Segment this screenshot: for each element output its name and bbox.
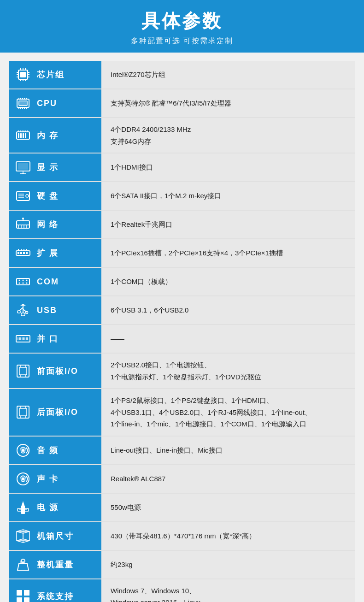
svg-rect-15 xyxy=(19,101,27,106)
value-cell-power: 550w电源 xyxy=(101,493,355,522)
value-cell-chassis-size: 430（带耳朵481.6）*470*176 mm（宽*深*高） xyxy=(101,522,355,550)
svg-point-69 xyxy=(23,283,24,284)
svg-rect-57 xyxy=(20,252,22,254)
label-cell-network: 网 络 xyxy=(9,210,101,239)
label-text-network: 网 络 xyxy=(37,219,59,230)
label-text-expansion: 扩 展 xyxy=(37,248,59,259)
rear-io-icon xyxy=(14,403,32,421)
row-os: 系统支持Windows 7、Windows 10、Windows server … xyxy=(9,579,355,602)
svg-text:kg: kg xyxy=(20,560,24,564)
label-cell-cpu: CPU xyxy=(9,89,101,118)
value-cell-com: 1个COM口（板载） xyxy=(101,267,355,296)
page-subtitle: 多种配置可选 可按需求定制 xyxy=(0,36,364,46)
row-display: 显 示1个HDMI接口 xyxy=(9,153,355,182)
harddisk-icon xyxy=(14,187,32,205)
label-text-front-io: 前面板I/O xyxy=(37,366,78,377)
value-cell-cpu: 支持英特尔® 酷睿™6/7代I3/I5/I7处理器 xyxy=(101,89,355,118)
label-text-chassis-size: 机箱尺寸 xyxy=(37,531,74,542)
svg-rect-30 xyxy=(25,133,26,138)
svg-rect-56 xyxy=(18,252,19,254)
value-cell-rear-io: 1个PS/2鼠标接口、1个PS/2键盘接口、1个HDMI口、4个USB3.1口、… xyxy=(101,389,355,436)
value-cell-front-io: 2个USB2.0接口、1个电源按钮、1个电源指示灯、1个硬盘指示灯、1个DVD光… xyxy=(101,353,355,389)
svg-rect-115 xyxy=(24,590,29,596)
usb-icon xyxy=(14,301,32,319)
label-text-rear-io: 后面板I/O xyxy=(37,407,78,418)
soundcard-icon xyxy=(14,470,32,488)
svg-rect-41 xyxy=(18,163,28,170)
label-cell-total-weight: kg 整机重量 xyxy=(9,550,101,579)
svg-rect-75 xyxy=(18,311,20,313)
svg-point-101 xyxy=(22,449,24,452)
svg-rect-59 xyxy=(26,252,28,254)
power-icon xyxy=(14,498,32,517)
com-icon xyxy=(14,272,32,291)
svg-rect-114 xyxy=(17,590,22,596)
svg-point-67 xyxy=(26,280,28,281)
header: 具体参数 多种配置可选 可按需求定制 xyxy=(0,0,364,53)
value-cell-chipset: Intel®Z270芯片组 xyxy=(101,61,355,89)
value-cell-expansion: 1个PCIex16插槽，2个PCIe×16支持×4，3个PCIe×1插槽 xyxy=(101,239,355,267)
label-text-soundcard: 声 卡 xyxy=(37,473,59,484)
svg-point-43 xyxy=(26,195,29,197)
row-usb: USB6个USB 3.1，6个USB2.0 xyxy=(9,296,355,325)
label-text-harddisk: 硬 盘 xyxy=(37,190,59,201)
table-container: 芯片组Intel®Z270芯片组 CPU支持英特尔® 酷睿™6/7代I3/I5/… xyxy=(0,53,364,602)
row-front-io: 前面板I/O2个USB2.0接口、1个电源按钮、1个电源指示灯、1个硬盘指示灯、… xyxy=(9,353,355,389)
label-cell-harddisk: 硬 盘 xyxy=(9,182,101,210)
svg-rect-64 xyxy=(17,278,29,285)
label-cell-display: 显 示 xyxy=(9,153,101,182)
label-text-parallel: 并 口 xyxy=(37,333,59,344)
value-cell-parallel: —— xyxy=(101,325,355,353)
row-network: 网 络1个Realtek千兆网口 xyxy=(9,210,355,239)
svg-rect-78 xyxy=(21,313,25,316)
label-text-power: 电 源 xyxy=(37,502,59,513)
label-text-total-weight: 整机重量 xyxy=(37,559,74,570)
svg-point-68 xyxy=(19,283,20,284)
front-io-icon xyxy=(14,362,32,380)
svg-rect-88 xyxy=(17,365,29,377)
svg-rect-116 xyxy=(17,597,22,602)
svg-rect-28 xyxy=(20,133,22,138)
value-cell-display: 1个HDMI接口 xyxy=(101,153,355,182)
value-cell-network: 1个Realtek千兆网口 xyxy=(101,210,355,239)
row-cpu: CPU支持英特尔® 酷睿™6/7代I3/I5/I7处理器 xyxy=(9,89,355,118)
svg-rect-58 xyxy=(23,252,25,254)
expansion-icon xyxy=(14,244,32,262)
svg-point-103 xyxy=(22,478,24,480)
label-cell-parallel: 并 口 xyxy=(9,325,101,353)
svg-rect-95 xyxy=(19,408,27,416)
value-cell-total-weight: 约23kg xyxy=(101,550,355,579)
cpu-icon xyxy=(14,94,32,112)
label-cell-soundcard: 声 卡 xyxy=(9,465,101,493)
svg-point-70 xyxy=(26,283,28,284)
label-cell-audio: 音 频 xyxy=(9,436,101,465)
svg-rect-29 xyxy=(23,133,24,138)
svg-rect-89 xyxy=(19,367,27,375)
label-cell-chassis-size: 机箱尺寸 xyxy=(9,522,101,550)
specs-table: 芯片组Intel®Z270芯片组 CPU支持英特尔® 酷睿™6/7代I3/I5/… xyxy=(9,61,355,602)
svg-rect-117 xyxy=(24,597,29,602)
svg-rect-27 xyxy=(18,133,19,138)
weight-icon: kg xyxy=(14,555,32,574)
row-expansion: 扩 展1个PCIex16插槽，2个PCIe×16支持×4，3个PCIe×1插槽 xyxy=(9,239,355,267)
network-icon xyxy=(14,215,32,234)
label-text-usb: USB xyxy=(37,306,57,315)
row-harddisk: 硬 盘6个SATA II接口，1个M.2 m-key接口 xyxy=(9,182,355,210)
label-text-chipset: 芯片组 xyxy=(37,69,65,80)
page-title: 具体参数 xyxy=(0,8,364,34)
svg-point-66 xyxy=(23,280,24,281)
label-text-memory: 内 存 xyxy=(37,130,59,141)
row-parallel: 并 口—— xyxy=(9,325,355,353)
label-cell-memory: 内 存 xyxy=(9,118,101,153)
svg-rect-94 xyxy=(17,406,29,418)
display-icon xyxy=(14,158,32,177)
chassis-icon xyxy=(14,527,32,545)
value-cell-audio: Line-out接口、Line-in接口、Mic接口 xyxy=(101,436,355,465)
label-cell-rear-io: 后面板I/O xyxy=(9,389,101,436)
row-audio: 音 频Line-out接口、Line-in接口、Mic接口 xyxy=(9,436,355,465)
row-soundcard: 声 卡Realtek® ALC887 xyxy=(9,465,355,493)
audio-icon xyxy=(14,441,32,460)
label-text-os: 系统支持 xyxy=(37,591,74,602)
label-cell-os: 系统支持 xyxy=(9,579,101,602)
page-wrapper: 具体参数 多种配置可选 可按需求定制 芯片组Intel®Z270芯片组 CPU支… xyxy=(0,0,364,602)
